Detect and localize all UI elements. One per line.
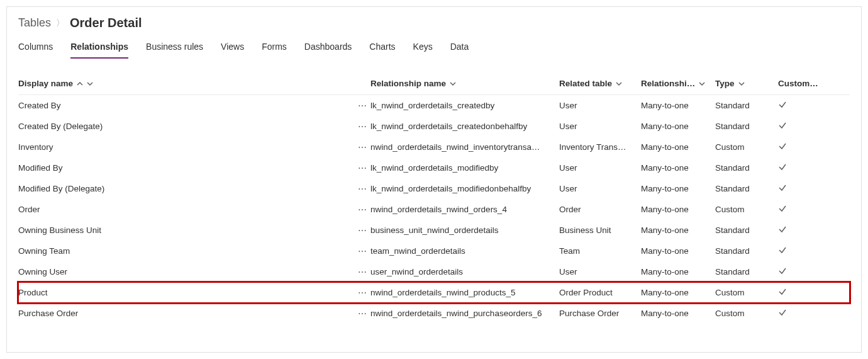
- col-type[interactable]: Type: [715, 79, 778, 88]
- cell-relationship-type: Many-to-one: [641, 309, 715, 318]
- table-row[interactable]: Product⋯nwind_orderdetails_nwind_product…: [18, 282, 850, 303]
- cell-relationship-type: Many-to-one: [641, 122, 715, 131]
- cell-related-table: User: [559, 184, 641, 193]
- cell-display-name: Product: [18, 288, 358, 297]
- chevron-down-icon: [450, 81, 456, 87]
- chevron-down-icon: [87, 81, 93, 87]
- col-related-table[interactable]: Related table: [559, 79, 641, 88]
- cell-customizable: [778, 162, 822, 173]
- breadcrumb-parent[interactable]: Tables: [18, 16, 51, 30]
- cell-relationship-name: lk_nwind_orderdetails_createdonbehalfby: [370, 122, 559, 131]
- more-actions-button[interactable]: ⋯: [358, 142, 370, 152]
- col-relationship-name-label: Relationship name: [370, 79, 446, 88]
- tab-columns[interactable]: Columns: [18, 37, 53, 58]
- check-icon: [778, 308, 787, 317]
- tab-charts[interactable]: Charts: [369, 37, 395, 58]
- cell-relationship-name: nwind_orderdetails_nwind_purchaseorders_…: [370, 309, 559, 318]
- cell-relationship-type: Many-to-one: [641, 288, 715, 297]
- cell-display-name: Modified By: [18, 163, 358, 173]
- rows-container: Created By⋯lk_nwind_orderdetails_created…: [18, 95, 850, 324]
- cell-customizable: [778, 287, 822, 298]
- tab-bar: ColumnsRelationshipsBusiness rulesViewsF…: [7, 37, 861, 59]
- more-actions-button[interactable]: ⋯: [358, 101, 370, 111]
- cell-type: Standard: [715, 163, 778, 173]
- tab-business-rules[interactable]: Business rules: [146, 37, 203, 58]
- check-icon: [778, 162, 787, 171]
- cell-relationship-name: business_unit_nwind_orderdetails: [370, 225, 559, 235]
- cell-display-name: Owning Business Unit: [18, 225, 358, 235]
- more-actions-button[interactable]: ⋯: [358, 246, 370, 256]
- panel: Tables 〉 Order Detail ColumnsRelationshi…: [6, 6, 862, 353]
- more-actions-button[interactable]: ⋯: [358, 205, 370, 215]
- chevron-down-icon: [699, 81, 705, 87]
- table-row[interactable]: Modified By⋯lk_nwind_orderdetails_modifi…: [18, 157, 850, 178]
- cell-related-table: Purchase Order: [559, 309, 641, 318]
- tab-keys[interactable]: Keys: [413, 37, 433, 58]
- cell-type: Standard: [715, 246, 778, 256]
- cell-customizable: [778, 204, 822, 215]
- cell-relationship-type: Many-to-one: [641, 267, 715, 276]
- check-icon: [778, 287, 787, 296]
- cell-customizable: [778, 266, 822, 277]
- tab-forms[interactable]: Forms: [262, 37, 287, 58]
- chevron-right-icon: 〉: [56, 18, 65, 29]
- more-actions-button[interactable]: ⋯: [358, 184, 370, 194]
- more-actions-button[interactable]: ⋯: [358, 225, 370, 236]
- col-customizable[interactable]: Custom…: [778, 79, 822, 88]
- check-icon: [778, 204, 787, 213]
- col-relationship-name[interactable]: Relationship name: [370, 79, 559, 88]
- tab-data[interactable]: Data: [450, 37, 469, 58]
- cell-related-table: User: [559, 101, 641, 110]
- check-icon: [778, 100, 787, 109]
- more-actions-button[interactable]: ⋯: [358, 163, 370, 173]
- check-icon: [778, 142, 787, 151]
- cell-customizable: [778, 183, 822, 194]
- table-row[interactable]: Purchase Order⋯nwind_orderdetails_nwind_…: [18, 303, 850, 324]
- table-row[interactable]: Inventory⋯nwind_orderdetails_nwind_inven…: [18, 137, 850, 157]
- chevron-down-icon: [616, 81, 622, 87]
- table-row[interactable]: Owning Team⋯team_nwind_orderdetailsTeamM…: [18, 241, 850, 261]
- chevron-down-icon: [738, 81, 745, 87]
- cell-customizable: [778, 142, 822, 152]
- tab-dashboards[interactable]: Dashboards: [304, 37, 352, 58]
- more-actions-button[interactable]: ⋯: [358, 309, 370, 319]
- cell-customizable: [778, 308, 822, 319]
- col-relationship-type[interactable]: Relationshi…: [641, 79, 715, 88]
- table-row[interactable]: Modified By (Delegate)⋯lk_nwind_orderdet…: [18, 178, 850, 199]
- cell-type: Standard: [715, 122, 778, 131]
- cell-relationship-name: nwind_orderdetails_nwind_products_5: [370, 288, 559, 297]
- table-row[interactable]: Created By (Delegate)⋯lk_nwind_orderdeta…: [18, 116, 850, 137]
- col-display-name-label: Display name: [18, 79, 73, 88]
- cell-type: Standard: [715, 225, 778, 235]
- cell-customizable: [778, 121, 822, 132]
- check-icon: [778, 246, 787, 254]
- more-actions-button[interactable]: ⋯: [358, 267, 370, 277]
- cell-relationship-type: Many-to-one: [641, 163, 715, 173]
- cell-display-name: Modified By (Delegate): [18, 184, 358, 193]
- cell-display-name: Order: [18, 205, 358, 214]
- more-actions-button[interactable]: ⋯: [358, 288, 370, 298]
- cell-relationship-name: lk_nwind_orderdetails_modifiedby: [370, 163, 559, 173]
- cell-related-table: Business Unit: [559, 225, 641, 235]
- cell-relationship-name: nwind_orderdetails_nwind_inventorytransa…: [370, 142, 559, 152]
- cell-relationship-type: Many-to-one: [641, 205, 715, 214]
- breadcrumb: Tables 〉 Order Detail: [7, 7, 861, 37]
- tab-relationships[interactable]: Relationships: [70, 37, 128, 58]
- table-row[interactable]: Order⋯nwind_orderdetails_nwind_orders_4O…: [18, 199, 850, 220]
- cell-type: Custom: [715, 288, 778, 297]
- cell-display-name: Purchase Order: [18, 309, 358, 318]
- col-display-name[interactable]: Display name: [18, 79, 358, 88]
- cell-type: Custom: [715, 205, 778, 214]
- cell-relationship-type: Many-to-one: [641, 225, 715, 235]
- table-row[interactable]: Created By⋯lk_nwind_orderdetails_created…: [18, 95, 850, 116]
- table-row[interactable]: Owning User⋯user_nwind_orderdetailsUserM…: [18, 261, 850, 282]
- more-actions-button[interactable]: ⋯: [358, 122, 370, 132]
- cell-display-name: Owning Team: [18, 246, 358, 256]
- cell-related-table: Team: [559, 246, 641, 256]
- table-row[interactable]: Owning Business Unit⋯business_unit_nwind…: [18, 220, 850, 241]
- cell-relationship-name: user_nwind_orderdetails: [370, 267, 559, 276]
- cell-related-table: User: [559, 267, 641, 276]
- cell-display-name: Created By: [18, 101, 358, 110]
- tab-views[interactable]: Views: [221, 37, 244, 58]
- breadcrumb-current: Order Detail: [70, 16, 142, 30]
